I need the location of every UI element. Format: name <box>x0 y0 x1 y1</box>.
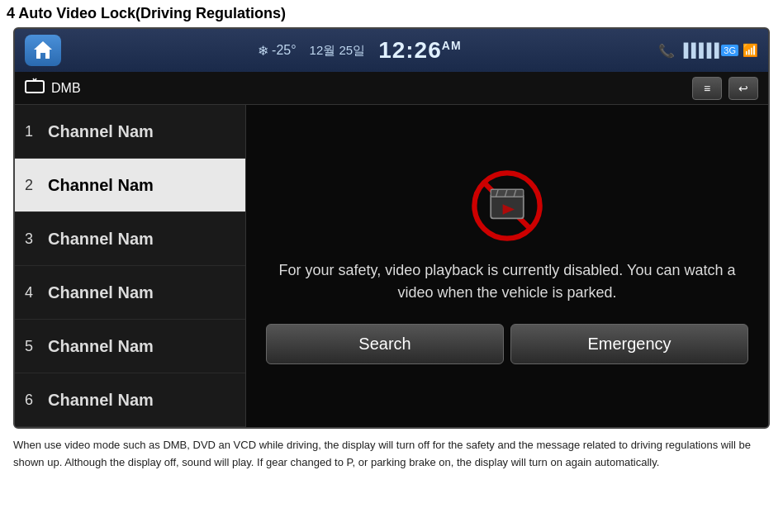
channel-num-2: 2 <box>25 177 48 194</box>
channel-item-1[interactable]: 1 Channel Nam <box>15 105 245 159</box>
video-panel: For your safety, video playback is curre… <box>246 105 768 427</box>
status-left <box>25 35 61 66</box>
status-right: 📞 ▐▐▐▐▐ 3G 📶 <box>658 43 758 59</box>
dmb-controls: ≡ ↩ <box>692 77 758 100</box>
date-display: 12월 25일 <box>310 43 366 59</box>
time-display: 12:26AM <box>378 37 461 64</box>
tv-icon <box>25 78 45 98</box>
dmb-back-button[interactable]: ↩ <box>728 77 758 100</box>
temperature-value: -25° <box>272 43 297 58</box>
temperature-display: ❄ -25° <box>258 43 297 59</box>
search-button[interactable]: Search <box>266 324 504 364</box>
home-button[interactable] <box>25 35 61 66</box>
dmb-header-bar: DMB ≡ ↩ <box>15 72 768 105</box>
channel-name-2: Channel Nam <box>48 176 154 195</box>
bluetooth-icon: 📞 <box>658 43 675 59</box>
status-bar: ❄ -25° 12월 25일 12:26AM 📞 ▐▐▐▐▐ 3G 📶 <box>15 29 768 72</box>
main-content: 1 Channel Nam 2 Channel Nam 3 Channel Na… <box>15 105 768 427</box>
channel-name-6: Channel Nam <box>48 391 154 410</box>
battery-icon: ▐▐▐▐▐ <box>679 43 718 58</box>
channel-num-4: 4 <box>25 284 48 302</box>
channel-num-1: 1 <box>25 123 48 140</box>
time-suffix: AM <box>442 39 462 52</box>
channel-name-3: Channel Nam <box>48 230 154 249</box>
dmb-title-area: DMB <box>25 78 81 98</box>
status-center: ❄ -25° 12월 25일 12:26AM <box>61 37 658 64</box>
channel-num-5: 5 <box>25 338 48 355</box>
dmb-menu-button[interactable]: ≡ <box>692 77 722 100</box>
time-value: 12:26 <box>378 37 442 63</box>
page-title: 4 Auto Video Lock(Driving Regulations) <box>0 0 783 27</box>
channel-item-3[interactable]: 3 Channel Nam <box>15 212 245 266</box>
channel-name-5: Channel Nam <box>48 337 154 356</box>
dmb-label: DMB <box>51 81 81 96</box>
safety-message: For your safety, video playback is curre… <box>263 259 752 304</box>
channel-item-6[interactable]: 6 Channel Nam <box>15 373 245 427</box>
channel-item-5[interactable]: 5 Channel Nam <box>15 320 245 373</box>
emergency-button[interactable]: Emergency <box>510 324 748 364</box>
description-text: When use video mode such as DMB, DVD an … <box>0 429 783 480</box>
channel-name-1: Channel Nam <box>48 122 154 141</box>
channel-item-4[interactable]: 4 Channel Nam <box>15 266 245 320</box>
channel-name-4: Channel Nam <box>48 283 154 302</box>
car-screen: ❄ -25° 12월 25일 12:26AM 📞 ▐▐▐▐▐ 3G 📶 <box>13 27 770 429</box>
wifi-icon: 📶 <box>743 43 758 58</box>
channel-list: 1 Channel Nam 2 Channel Nam 3 Channel Na… <box>15 105 246 427</box>
no-video-icon <box>470 169 544 243</box>
snow-icon: ❄ <box>258 43 268 59</box>
channel-num-6: 6 <box>25 392 48 409</box>
bottom-buttons: Search Emergency <box>263 324 752 364</box>
svg-rect-0 <box>26 81 44 93</box>
network-icon: 3G <box>721 45 738 56</box>
channel-num-3: 3 <box>25 230 48 248</box>
channel-item-2[interactable]: 2 Channel Nam <box>15 159 245 212</box>
